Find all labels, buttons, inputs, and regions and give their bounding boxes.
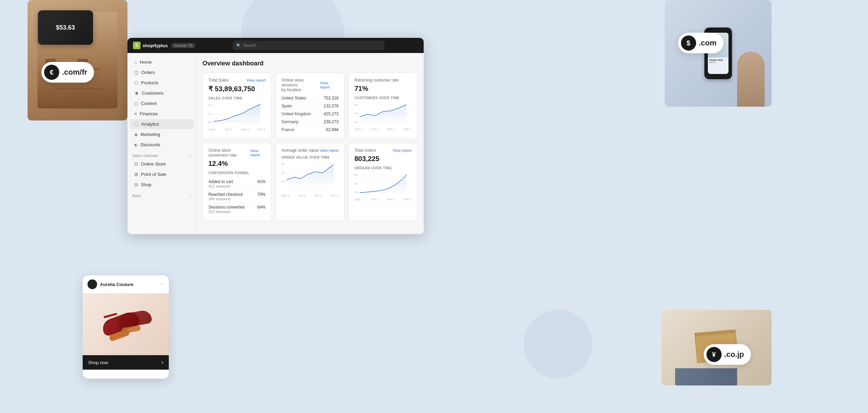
dollar-badge: $ .com: [678, 33, 723, 53]
fashion-card-menu[interactable]: ···: [159, 281, 164, 287]
sidebar-label-customers: Customers: [142, 91, 164, 96]
marketing-icon: ◈: [134, 132, 138, 137]
expand-icon[interactable]: ›: [190, 154, 191, 158]
sidebar-item-discounts[interactable]: ⬖ Discounts: [130, 140, 194, 150]
svg-text:400: 400: [208, 112, 211, 115]
avg-order-card: Average order value View report ORDER VA…: [276, 143, 344, 221]
funnel-cart-sessions: 412 sessions: [208, 184, 233, 188]
avg-order-view-report[interactable]: View report: [320, 148, 339, 152]
svg-marker-27: [360, 175, 406, 194]
sidebar-label-online-store: Online Store: [141, 161, 166, 167]
svg-text:800: 800: [281, 163, 285, 166]
location-row-es: Spain 132,076: [281, 102, 339, 110]
fashion-card-header: Aurelia Couture ···: [83, 275, 169, 293]
fashion-card-footer[interactable]: Shop now ›: [83, 355, 169, 370]
svg-text:200: 200: [354, 120, 358, 123]
funnel-converted-name: Sessions converted: [208, 205, 245, 210]
funnel-item-checkout: Reached checkout 389 sessions 70%: [208, 190, 266, 203]
dollar-icon: $: [681, 35, 696, 51]
sidebar-item-home[interactable]: ⌂ Home: [130, 57, 194, 67]
conversion-value: 12.4%: [208, 160, 266, 168]
home-icon: ⌂: [134, 60, 137, 65]
conversion-view-report[interactable]: View report: [250, 149, 266, 157]
sidebar-item-products[interactable]: ⬡ Products: [130, 78, 194, 88]
sidebar-label-analytics: Analytics: [141, 121, 159, 127]
total-orders-chart: 800 400 200: [354, 171, 412, 195]
search-icon: 🔍: [236, 43, 241, 48]
sidebar-item-analytics[interactable]: ⬚ Analytics: [130, 119, 194, 129]
analytics-icon: ⬚: [134, 121, 138, 127]
sidebar-item-finances[interactable]: ≡ Finances: [130, 109, 194, 119]
euro-text: .com/fr: [62, 68, 87, 77]
returning-value: 71%: [354, 85, 412, 93]
shop-icon: ⊟: [134, 182, 138, 187]
sidebar-item-customers[interactable]: ☻ Customers: [130, 88, 194, 98]
funnel-converted-pct: 64%: [257, 205, 266, 210]
sidebar-label-content: Content: [141, 101, 157, 106]
apps-section: Apps ›: [127, 190, 196, 199]
location-card: Online store sessionsby location View re…: [276, 73, 344, 139]
total-orders-view-report[interactable]: View report: [393, 148, 412, 152]
sidebar-label-orders: Orders: [141, 70, 155, 75]
fashion-avatar: [87, 279, 97, 289]
total-sales-title: Total Sales: [208, 78, 229, 83]
returning-title: Returning customer rate: [354, 78, 399, 83]
total-sales-view-report[interactable]: View report: [247, 78, 266, 82]
dashboard-title: Overview dashboard: [203, 60, 417, 67]
location-table: United States 752,318 Spain 132,076 Unit…: [281, 94, 339, 134]
apps-expand-icon[interactable]: ›: [190, 194, 191, 198]
payment-amount: $53.63: [56, 24, 75, 31]
sidebar-item-online-store[interactable]: ⊡ Online Store: [130, 159, 194, 169]
sidebar-item-marketing[interactable]: ◈ Marketing: [130, 129, 194, 139]
sidebar-label-home: Home: [140, 60, 152, 65]
location-header: Online store sessionsby location View re…: [281, 78, 339, 92]
discounts-icon: ⬖: [134, 142, 138, 147]
finances-icon: ≡: [134, 111, 137, 116]
sidebar-item-pos[interactable]: ⊞ Point of Sale: [130, 169, 194, 179]
svg-text:400: 400: [354, 182, 358, 185]
sidebar-item-shop[interactable]: ⊟ Shop: [130, 180, 194, 190]
sidebar-item-content[interactable]: ◻ Content: [130, 98, 194, 108]
funnel-checkout-pct: 70%: [257, 192, 266, 197]
fashion-card: Aurelia Couture ··· Shop now ›: [83, 275, 169, 379]
total-sales-value: ₹ 53,89,63,750: [208, 85, 266, 93]
location-row-uk: United Kingdom 425,273: [281, 110, 339, 118]
returning-chart-label: CUSTOMERS OVER TIME: [354, 96, 412, 100]
search-placeholder: Search: [243, 43, 256, 48]
total-sales-header: Total Sales View report: [208, 78, 266, 83]
euro-icon: €: [44, 65, 59, 80]
funnel-cart-pct: 91%: [257, 179, 266, 184]
search-bar[interactable]: 🔍 Search: [233, 41, 384, 50]
funnel-checkout-sessions: 389 sessions: [208, 197, 242, 201]
svg-marker-20: [287, 165, 333, 187]
total-orders-title: Total orders: [354, 148, 376, 153]
total-sales-card: Total Sales View report ₹ 53,89,63,750 S…: [203, 73, 271, 139]
avg-order-chart-label: ORDER VALUE OVER TIME: [281, 156, 339, 159]
svg-text:600: 600: [281, 171, 285, 174]
location-view-report[interactable]: View report: [320, 81, 339, 89]
total-orders-card: Total orders View report 803,225 ORDERS …: [349, 143, 417, 221]
location-row-fr: France 62,894: [281, 126, 339, 134]
topbar: S shopifyplus Summer '23 🔍 Search: [127, 38, 424, 53]
sales-channels-section: Sales channels ›: [127, 150, 196, 159]
sidebar-item-orders[interactable]: ◫ Orders: [130, 67, 194, 77]
funnel-cart-name: Added to cart: [208, 179, 233, 184]
shopify-icon: S: [133, 42, 141, 49]
online-store-icon: ⊡: [134, 161, 138, 167]
svg-marker-6: [214, 104, 260, 124]
sidebar-label-products: Products: [141, 80, 158, 85]
conversion-title: Online store conversion rate: [208, 148, 250, 158]
total-orders-value: 803,225: [354, 155, 412, 163]
payment-terminal: $53.63: [38, 10, 93, 45]
summer-badge: Summer '23: [171, 43, 195, 48]
avg-order-header: Average order value View report: [281, 148, 339, 153]
svg-text:400: 400: [281, 180, 285, 183]
admin-window: S shopifyplus Summer '23 🔍 Search ⌂ Home…: [127, 38, 424, 234]
yen-badge: ¥ .co.jp: [704, 344, 751, 365]
location-row-us: United States 752,318: [281, 94, 339, 102]
sidebar-label-shop: Shop: [141, 182, 151, 187]
sidebar-label-finances: Finances: [140, 111, 158, 116]
returning-customer-card: Returning customer rate 71% CUSTOMERS OV…: [349, 73, 417, 139]
orders-icon: ◫: [134, 70, 138, 75]
sidebar-label-discounts: Discounts: [141, 142, 160, 147]
